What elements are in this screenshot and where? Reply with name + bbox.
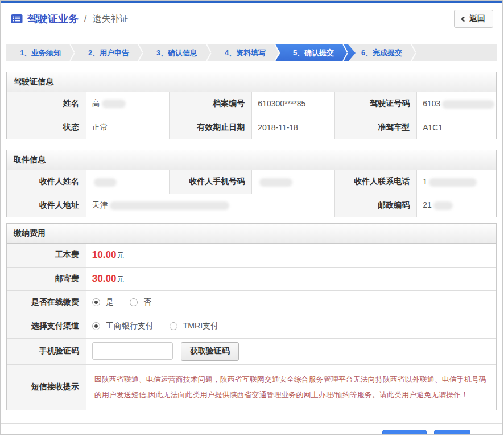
pay-channel-options: 工商银行支付 TMRI支付 (86, 314, 496, 338)
back-button-label: 返回 (469, 14, 485, 24)
license-service-icon (11, 14, 23, 24)
step-1-business-notice[interactable]: 1、业务须知 (6, 44, 75, 61)
table-row: 姓名 高 档案编号 610300****85 驾驶证号码 6103 (7, 92, 496, 116)
sms-code-cell: 获取验证码 (86, 338, 496, 364)
sms-notice-cell: 因陕西省联通、电信运营商技术问题，陕西省互联网交通安全综合服务管理平台无法向持陕… (86, 364, 496, 410)
file-no-value: 610300****85 (252, 92, 334, 116)
radio-channel-icbc-label[interactable]: 工商银行支付 (106, 321, 154, 331)
finish-button[interactable]: 完成 (434, 430, 470, 435)
wizard-steps: 1、业务须知 2、用户申告 3、确认信息 4、资料填写 5、确认提交 6、完成提… (6, 44, 497, 61)
name-value: 高 (86, 92, 169, 116)
name-label: 姓名 (7, 92, 86, 116)
footer-actions: 上一步 完成 (1, 424, 502, 435)
chevron-left-icon (461, 17, 467, 22)
contact-phone-value: 1 (417, 170, 496, 194)
table-row: 邮寄费 30.00元 (7, 267, 496, 290)
sms-notice-label: 短信接收提示 (7, 364, 86, 410)
breadcrumb-separator: / (84, 14, 86, 24)
radio-channel-icbc[interactable] (92, 322, 100, 330)
redacted-text (94, 178, 117, 187)
production-fee-value: 10.00元 (86, 244, 496, 267)
table-row: 工本费 10.00元 (7, 244, 496, 267)
currency-unit: 元 (117, 275, 124, 283)
pickup-info-section: 取件信息 收件人姓名 收件人手机号码 收件人联系电话 1 收件人地址 天津 邮政… (6, 150, 497, 217)
step-6-complete-submit[interactable]: 6、完成提交 (348, 44, 416, 61)
steps-filler (416, 44, 497, 61)
expiry-label: 有效期止日期 (170, 116, 252, 139)
table-row: 状态 正常 有效期止日期 2018-11-18 准驾车型 A1C1 (7, 116, 496, 139)
redacted-text (110, 201, 229, 210)
redacted-text (429, 178, 477, 187)
recipient-name-value (86, 170, 169, 194)
step-4-fill-materials[interactable]: 4、资料填写 (211, 44, 279, 61)
radio-online-yes-label[interactable]: 是 (106, 297, 114, 307)
pickup-info-title: 取件信息 (7, 150, 496, 170)
payment-section: 缴纳费用 工本费 10.00元 邮寄费 30.00元 是否在线缴费 是 (6, 223, 497, 410)
recipient-mobile-label: 收件人手机号码 (170, 170, 252, 194)
table-row: 收件人姓名 收件人手机号码 收件人联系电话 1 (7, 170, 496, 194)
file-no-label: 档案编号 (170, 92, 252, 116)
recipient-address-value: 天津 (86, 194, 334, 217)
page-subtitle: 遗失补证 (92, 13, 129, 25)
recipient-name-label: 收件人姓名 (7, 170, 86, 194)
redacted-text (433, 201, 453, 210)
payment-title: 缴纳费用 (7, 224, 496, 244)
pickup-info-table: 收件人姓名 收件人手机号码 收件人联系电话 1 收件人地址 天津 邮政编码 21 (7, 170, 496, 217)
recipient-mobile-value (252, 170, 334, 194)
online-pay-options: 是 否 (86, 290, 496, 314)
license-info-table: 姓名 高 档案编号 610300****85 驾驶证号码 6103 状态 正常 … (7, 92, 496, 139)
payment-table: 工本费 10.00元 邮寄费 30.00元 是否在线缴费 是 否 (7, 244, 496, 410)
table-row: 是否在线缴费 是 否 (7, 290, 496, 314)
redacted-text (102, 100, 126, 108)
postcode-value: 21 (417, 194, 496, 217)
table-row: 手机验证码 获取验证码 (7, 338, 496, 364)
status-value: 正常 (86, 116, 169, 139)
redacted-text (259, 178, 292, 187)
currency-unit: 元 (117, 251, 124, 260)
sms-code-label: 手机验证码 (7, 338, 86, 364)
pay-channel-label: 选择支付渠道 (7, 314, 86, 338)
main-content: 驾驶证信息 姓名 高 档案编号 610300****85 驾驶证号码 6103 … (1, 72, 502, 410)
radio-channel-tmri[interactable] (170, 322, 177, 330)
breadcrumb: 驾驶证业务 / 遗失补证 (11, 12, 129, 26)
contact-phone-label: 收件人联系电话 (334, 170, 416, 194)
vehicle-type-label: 准驾车型 (334, 116, 416, 139)
table-row: 收件人地址 天津 邮政编码 21 (7, 194, 496, 217)
license-info-section: 驾驶证信息 姓名 高 档案编号 610300****85 驾驶证号码 6103 … (6, 72, 497, 139)
expiry-value: 2018-11-18 (252, 116, 334, 139)
table-row: 选择支付渠道 工商银行支付 TMRI支付 (7, 314, 496, 338)
radio-channel-tmri-label[interactable]: TMRI支付 (183, 321, 218, 331)
online-pay-label: 是否在线缴费 (7, 290, 86, 314)
previous-step-button[interactable]: 上一步 (382, 430, 427, 435)
page-container: 驾驶证业务 / 遗失补证 返回 1、业务须知 2、用户申告 3、确认信息 4、资… (0, 0, 503, 435)
page-title: 驾驶证业务 (27, 12, 79, 26)
postcode-label: 邮政编码 (334, 194, 416, 217)
sms-notice-text: 因陕西省联通、电信运营商技术问题，陕西省互联网交通安全综合服务管理平台无法向持陕… (94, 372, 488, 404)
step-3-confirm-info[interactable]: 3、确认信息 (143, 44, 211, 61)
vehicle-type-value: A1C1 (417, 116, 496, 139)
get-code-button[interactable]: 获取验证码 (181, 342, 239, 361)
status-label: 状态 (7, 116, 86, 139)
recipient-address-label: 收件人地址 (7, 194, 86, 217)
production-fee-label: 工本费 (7, 244, 86, 267)
radio-online-yes[interactable] (92, 298, 100, 306)
step-5-confirm-submit-active[interactable]: 5、确认提交 (279, 44, 348, 61)
step-2-user-declaration[interactable]: 2、用户申告 (75, 44, 143, 61)
page-header: 驾驶证业务 / 遗失补证 返回 (1, 3, 502, 35)
license-no-label: 驾驶证号码 (334, 92, 416, 116)
license-info-title: 驾驶证信息 (7, 72, 496, 92)
postage-fee-label: 邮寄费 (7, 267, 86, 290)
back-button[interactable]: 返回 (454, 10, 493, 28)
radio-online-no[interactable] (130, 298, 138, 306)
table-row: 短信接收提示 因陕西省联通、电信运营商技术问题，陕西省互联网交通安全综合服务管理… (7, 364, 496, 410)
radio-online-no-label[interactable]: 否 (143, 297, 151, 307)
sms-code-input[interactable] (92, 342, 173, 360)
redacted-text (442, 100, 494, 109)
license-no-value: 6103 (417, 92, 496, 116)
postage-fee-value: 30.00元 (86, 267, 496, 290)
